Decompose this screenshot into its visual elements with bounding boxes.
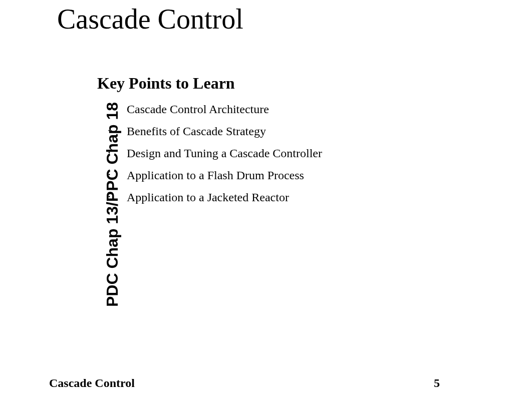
section-heading: Key Points to Learn [97,74,235,93]
page-number: 5 [434,376,440,390]
key-points-list: Cascade Control Architecture Benefits of… [108,103,322,213]
list-item: Application to a Flash Drum Process [108,169,322,181]
slide-title: Cascade Control [57,3,243,35]
list-item: Design and Tuning a Cascade Controller [108,147,322,159]
list-item: Application to a Jacketed Reactor [108,191,322,203]
footer-title: Cascade Control [49,376,135,390]
list-item: Cascade Control Architecture [108,103,322,115]
list-item: Benefits of Cascade Strategy [108,125,322,137]
